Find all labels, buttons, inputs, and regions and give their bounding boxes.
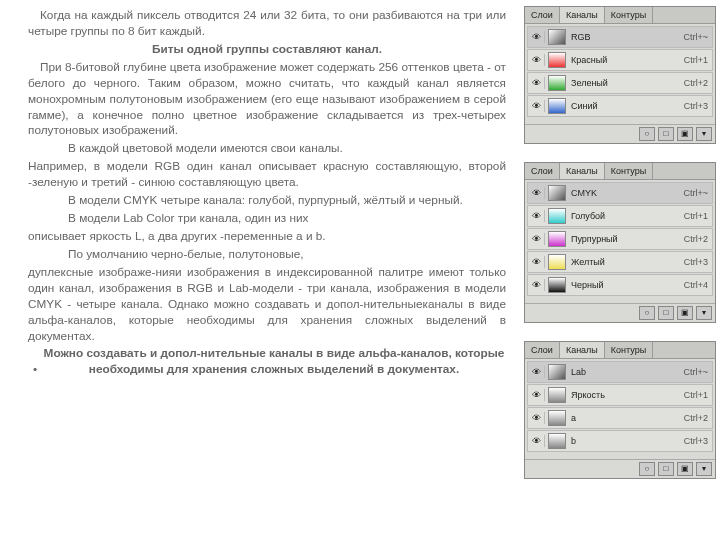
channel-thumbnail — [548, 254, 566, 270]
visibility-icon[interactable]: 👁 — [528, 256, 545, 268]
visibility-icon[interactable]: 👁 — [528, 233, 545, 245]
tab[interactable]: Контуры — [605, 342, 653, 358]
tab[interactable]: Контуры — [605, 163, 653, 179]
footer-icon[interactable]: □ — [658, 462, 674, 476]
channel-thumbnail — [548, 364, 566, 380]
channel-name: Зеленый — [569, 77, 680, 89]
channel-name: Красный — [569, 54, 680, 66]
channel-row[interactable]: 👁LabCtrl+~ — [527, 361, 713, 383]
paragraph: Например, в модели RGB один канал описыв… — [28, 159, 506, 191]
footer-icon[interactable]: ▣ — [677, 462, 693, 476]
channel-name: Голубой — [569, 210, 680, 222]
channel-name: Синий — [569, 100, 680, 112]
channel-shortcut: Ctrl+~ — [679, 31, 712, 43]
visibility-icon[interactable]: 👁 — [528, 210, 545, 222]
panels-column: СлоиКаналыКонтуры👁RGBCtrl+~👁КрасныйCtrl+… — [520, 0, 720, 540]
paragraph: В каждой цветовой модели имеются свои ка… — [28, 141, 506, 157]
channel-thumbnail — [548, 231, 566, 247]
channel-shortcut: Ctrl+2 — [680, 77, 712, 89]
channel-shortcut: Ctrl+3 — [680, 435, 712, 447]
channel-row[interactable]: 👁CMYKCtrl+~ — [527, 182, 713, 204]
footer-icon[interactable]: ▾ — [696, 127, 712, 141]
channel-thumbnail — [548, 277, 566, 293]
paragraph: По умолчанию черно-белые, полутоновые, — [28, 247, 506, 263]
tab[interactable]: Каналы — [560, 7, 605, 23]
tab[interactable]: Контуры — [605, 7, 653, 23]
tab[interactable]: Слои — [525, 342, 560, 358]
footer-icon[interactable]: □ — [658, 127, 674, 141]
channel-name: CMYK — [569, 187, 679, 199]
channel-thumbnail — [548, 387, 566, 403]
channel-name: Lab — [569, 366, 679, 378]
visibility-icon[interactable]: 👁 — [528, 412, 545, 424]
channel-row[interactable]: 👁ЗеленыйCtrl+2 — [527, 72, 713, 94]
tab[interactable]: Слои — [525, 163, 560, 179]
channel-name: Пурпурный — [569, 233, 680, 245]
panel-body: 👁RGBCtrl+~👁КрасныйCtrl+1👁ЗеленыйCtrl+2👁С… — [525, 24, 715, 124]
paragraph: В модели CMYK четыре канала: голубой, пу… — [28, 193, 506, 209]
channel-row[interactable]: 👁ЧерныйCtrl+4 — [527, 274, 713, 296]
panel-body: 👁CMYKCtrl+~👁ГолубойCtrl+1👁ПурпурныйCtrl+… — [525, 180, 715, 303]
footer-icon[interactable]: ▣ — [677, 306, 693, 320]
footer-icon[interactable]: ○ — [639, 462, 655, 476]
channel-thumbnail — [548, 29, 566, 45]
channel-shortcut: Ctrl+3 — [680, 256, 712, 268]
footer-icon[interactable]: ○ — [639, 306, 655, 320]
tab[interactable]: Слои — [525, 7, 560, 23]
channel-thumbnail — [548, 410, 566, 426]
channel-shortcut: Ctrl+1 — [680, 389, 712, 401]
tab-bar: СлоиКаналыКонтуры — [525, 342, 715, 359]
paragraph: описывает яркость L, а два других -перем… — [28, 229, 506, 245]
tab[interactable]: Каналы — [560, 342, 605, 358]
visibility-icon[interactable]: 👁 — [528, 389, 545, 401]
bullet-item: • Можно создавать и допол-нительные кана… — [28, 346, 506, 378]
panel-body: 👁LabCtrl+~👁ЯркостьCtrl+1👁aCtrl+2👁bCtrl+3 — [525, 359, 715, 459]
visibility-icon[interactable]: 👁 — [528, 77, 545, 89]
channel-row[interactable]: 👁КрасныйCtrl+1 — [527, 49, 713, 71]
channels-panel: СлоиКаналыКонтуры👁LabCtrl+~👁ЯркостьCtrl+… — [524, 341, 716, 479]
footer-icon[interactable]: ▣ — [677, 127, 693, 141]
channel-row[interactable]: 👁ПурпурныйCtrl+2 — [527, 228, 713, 250]
tab[interactable]: Каналы — [560, 163, 605, 179]
channel-name: Яркость — [569, 389, 680, 401]
visibility-icon[interactable]: 👁 — [528, 279, 545, 291]
channel-shortcut: Ctrl+4 — [680, 279, 712, 291]
visibility-icon[interactable]: 👁 — [528, 435, 545, 447]
visibility-icon[interactable]: 👁 — [528, 54, 545, 66]
panel-footer: ○□▣▾ — [525, 124, 715, 143]
paragraph: дуплексные изображе-нияи изображения в и… — [28, 265, 506, 345]
panel-footer: ○□▣▾ — [525, 303, 715, 322]
channel-thumbnail — [548, 98, 566, 114]
tab-bar: СлоиКаналыКонтуры — [525, 7, 715, 24]
channel-row[interactable]: 👁ЖелтыйCtrl+3 — [527, 251, 713, 273]
footer-icon[interactable]: ○ — [639, 127, 655, 141]
channel-shortcut: Ctrl+1 — [680, 54, 712, 66]
footer-icon[interactable]: ▾ — [696, 306, 712, 320]
channels-panel: СлоиКаналыКонтуры👁RGBCtrl+~👁КрасныйCtrl+… — [524, 6, 716, 144]
channel-name: Черный — [569, 279, 680, 291]
channel-name: b — [569, 435, 680, 447]
channel-thumbnail — [548, 185, 566, 201]
channels-panel: СлоиКаналыКонтуры👁CMYKCtrl+~👁ГолубойCtrl… — [524, 162, 716, 323]
channel-row[interactable]: 👁RGBCtrl+~ — [527, 26, 713, 48]
channel-shortcut: Ctrl+~ — [679, 366, 712, 378]
visibility-icon[interactable]: 👁 — [528, 100, 545, 112]
channel-row[interactable]: 👁СинийCtrl+3 — [527, 95, 713, 117]
channel-shortcut: Ctrl+2 — [680, 233, 712, 245]
channel-row[interactable]: 👁bCtrl+3 — [527, 430, 713, 452]
channel-row[interactable]: 👁aCtrl+2 — [527, 407, 713, 429]
footer-icon[interactable]: □ — [658, 306, 674, 320]
channel-row[interactable]: 👁ЯркостьCtrl+1 — [527, 384, 713, 406]
visibility-icon[interactable]: 👁 — [528, 366, 545, 378]
visibility-icon[interactable]: 👁 — [528, 31, 545, 43]
channel-thumbnail — [548, 75, 566, 91]
channel-name: a — [569, 412, 680, 424]
footer-icon[interactable]: ▾ — [696, 462, 712, 476]
tab-bar: СлоиКаналыКонтуры — [525, 163, 715, 180]
visibility-icon[interactable]: 👁 — [528, 187, 545, 199]
channel-row[interactable]: 👁ГолубойCtrl+1 — [527, 205, 713, 227]
paragraph: Когда на каждый пиксель отводится 24 или… — [28, 8, 506, 40]
channel-shortcut: Ctrl+1 — [680, 210, 712, 222]
text-column: Когда на каждый пиксель отводится 24 или… — [0, 0, 520, 540]
channel-shortcut: Ctrl+3 — [680, 100, 712, 112]
